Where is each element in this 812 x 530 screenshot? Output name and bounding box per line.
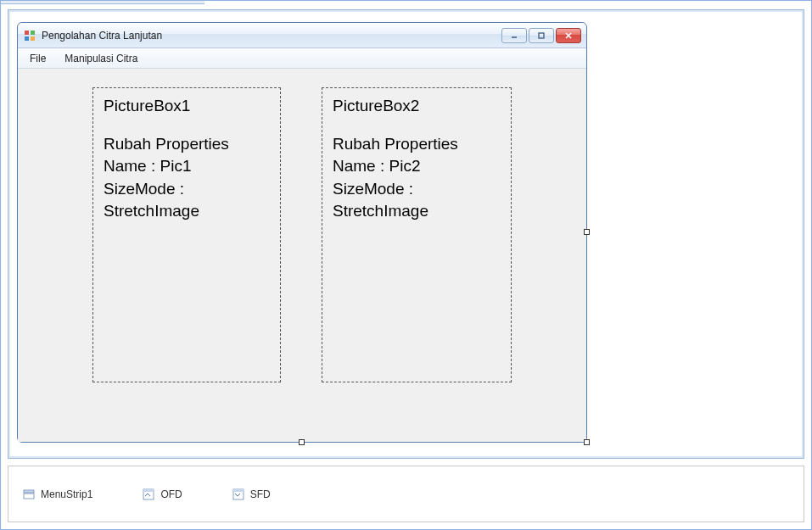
resize-handle-right[interactable]	[584, 229, 590, 235]
designer-root: Pengolahan Citra Lanjutan File Manipulas…	[0, 0, 812, 530]
menu-file[interactable]: File	[21, 51, 54, 66]
tray-menustrip[interactable]: MenuStrip1	[22, 488, 92, 501]
svg-rect-1	[31, 31, 35, 35]
picturebox-1-line: SizeMode :	[104, 178, 270, 201]
svg-rect-8	[24, 490, 34, 493]
picturebox-2-title: PictureBox2	[333, 95, 501, 118]
picturebox-2-line: StretchImage	[333, 200, 501, 223]
form-window[interactable]: Pengolahan Citra Lanjutan File Manipulas…	[17, 22, 587, 443]
svg-rect-3	[31, 36, 35, 41]
window-controls	[501, 28, 581, 43]
svg-rect-13	[233, 489, 244, 492]
save-file-dialog-icon	[232, 488, 245, 501]
picturebox-2-line: Name : Pic2	[333, 155, 501, 178]
menu-strip: File Manipulasi Citra	[18, 48, 586, 69]
menustrip-icon	[22, 488, 36, 501]
tray-sfd[interactable]: SFD	[232, 488, 271, 501]
picturebox-2-line: SizeMode :	[333, 178, 501, 201]
close-button[interactable]	[556, 28, 581, 43]
svg-rect-9	[24, 494, 34, 499]
open-file-dialog-icon	[142, 488, 155, 501]
picturebox-1-line: StretchImage	[104, 200, 270, 223]
maximize-button[interactable]	[529, 28, 554, 43]
component-tray: MenuStrip1 OFD SFD	[8, 466, 804, 522]
window-title: Pengolahan Citra Lanjutan	[42, 30, 501, 42]
app-icon	[23, 29, 36, 42]
svg-rect-11	[143, 489, 154, 492]
title-bar: Pengolahan Citra Lanjutan	[18, 23, 586, 48]
picturebox-1[interactable]: PictureBox1 Rubah Properties Name : Pic1…	[92, 87, 281, 382]
tray-menustrip-label: MenuStrip1	[41, 488, 92, 500]
tray-sfd-label: SFD	[250, 488, 271, 500]
tray-ofd[interactable]: OFD	[142, 488, 182, 501]
minimize-button[interactable]	[501, 28, 527, 43]
svg-rect-0	[25, 31, 29, 35]
picturebox-1-line: Name : Pic1	[104, 155, 270, 178]
designer-surface[interactable]: Pengolahan Citra Lanjutan File Manipulas…	[8, 9, 804, 459]
picturebox-2-line: Rubah Properties	[333, 133, 501, 156]
svg-rect-2	[25, 36, 29, 41]
picturebox-1-line: Rubah Properties	[104, 133, 270, 156]
menu-manipulasi-citra[interactable]: Manipulasi Citra	[56, 51, 146, 66]
picturebox-1-title: PictureBox1	[104, 95, 270, 118]
picturebox-2[interactable]: PictureBox2 Rubah Properties Name : Pic2…	[322, 87, 512, 382]
resize-handle-corner[interactable]	[584, 439, 590, 445]
tab-strip-remnant	[1, 1, 204, 4]
svg-rect-5	[539, 33, 544, 38]
resize-handle-bottom[interactable]	[299, 439, 305, 445]
tray-ofd-label: OFD	[160, 488, 182, 500]
form-client-area[interactable]: PictureBox1 Rubah Properties Name : Pic1…	[18, 69, 586, 442]
